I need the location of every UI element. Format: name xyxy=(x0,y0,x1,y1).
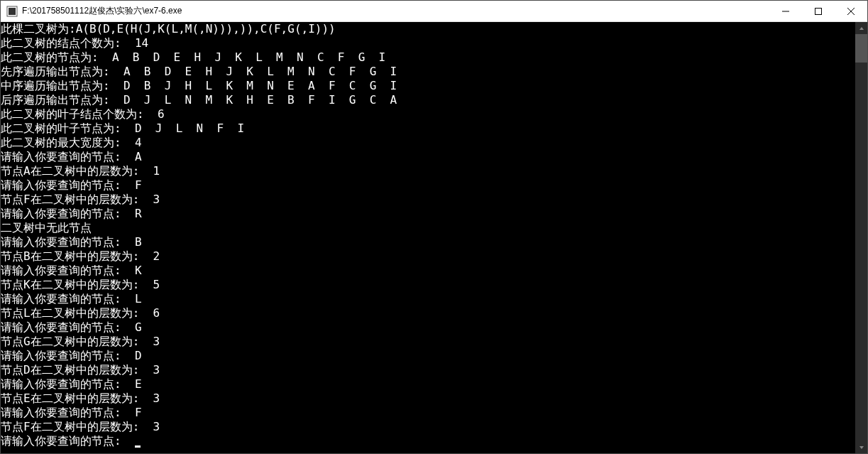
app-icon xyxy=(6,6,18,17)
console-line: 此二叉树的叶子节点为: D J L N F I xyxy=(1,121,867,136)
console-line: 节点A在二叉树中的层数为: 1 xyxy=(1,164,867,178)
vertical-scrollbar[interactable] xyxy=(855,22,867,453)
minimize-button[interactable] xyxy=(769,1,802,21)
console-line: 请输入你要查询的节点: F xyxy=(1,406,867,420)
window-controls xyxy=(769,1,867,21)
console-line: 请输入你要查询的节点: K xyxy=(1,264,867,278)
console-line: 节点F在二叉树中的层数为: 3 xyxy=(1,420,867,434)
console-line: 先序遍历输出节点为: A B D E H J K L M N C F G I xyxy=(1,65,867,79)
console-line: 请输入你要查询的节点: G xyxy=(1,320,867,335)
console-line: 请输入你要查询的节点: R xyxy=(1,207,867,221)
console-line: 节点F在二叉树中的层数为: 3 xyxy=(1,193,867,207)
scrollbar-track[interactable] xyxy=(855,34,867,441)
scroll-down-button[interactable] xyxy=(855,441,867,453)
console-line: 节点B在二叉树中的层数为: 2 xyxy=(1,249,867,264)
console-line: 此二叉树的叶子结点个数为: 6 xyxy=(1,107,867,121)
svg-rect-1 xyxy=(9,8,16,15)
scroll-up-button[interactable] xyxy=(855,22,867,34)
app-window: F:\201758501112赵俊杰\实验六\ex7-6.exe 此棵二叉树为:… xyxy=(0,0,868,454)
titlebar[interactable]: F:\201758501112赵俊杰\实验六\ex7-6.exe xyxy=(1,1,867,22)
console-line: 中序遍历输出节点为: D B J H L K M N E A F C G I xyxy=(1,79,867,93)
console-line: 请输入你要查询的节点: xyxy=(1,434,867,448)
console-line: 请输入你要查询的节点: E xyxy=(1,377,867,391)
console-line: 请输入你要查询的节点: D xyxy=(1,349,867,363)
maximize-button[interactable] xyxy=(802,1,835,21)
console-line: 节点E在二叉树中的层数为: 3 xyxy=(1,391,867,406)
console-line: 节点L在二叉树中的层数为: 6 xyxy=(1,306,867,320)
console-line: 请输入你要查询的节点: L xyxy=(1,292,867,306)
console-line: 此二叉树的最大宽度为: 4 xyxy=(1,136,867,150)
console-area[interactable]: 此棵二叉树为:A(B(D,E(H(J,K(L,M(,N))),)),C(F,G(… xyxy=(1,22,867,453)
console-line: 此二叉树的结点个数为: 14 xyxy=(1,36,867,50)
svg-marker-7 xyxy=(859,446,864,449)
console-output: 此棵二叉树为:A(B(D,E(H(J,K(L,M(,N))),)),C(F,G(… xyxy=(1,22,867,448)
window-title: F:\201758501112赵俊杰\实验六\ex7-6.exe xyxy=(22,5,769,17)
console-line: 节点G在二叉树中的层数为: 3 xyxy=(1,335,867,349)
console-line: 请输入你要查询的节点: A xyxy=(1,150,867,164)
svg-rect-3 xyxy=(815,8,822,14)
console-line: 节点D在二叉树中的层数为: 3 xyxy=(1,363,867,377)
text-cursor xyxy=(135,445,141,448)
console-line: 二叉树中无此节点 xyxy=(1,221,867,235)
console-line: 此二叉树的节点为: A B D E H J K L M N C F G I xyxy=(1,50,867,65)
console-line: 请输入你要查询的节点: F xyxy=(1,178,867,193)
console-line: 节点K在二叉树中的层数为: 5 xyxy=(1,278,867,292)
console-line: 此棵二叉树为:A(B(D,E(H(J,K(L,M(,N))),)),C(F,G(… xyxy=(1,22,867,36)
console-line: 请输入你要查询的节点: B xyxy=(1,235,867,249)
close-button[interactable] xyxy=(835,1,867,21)
console-line: 后序遍历输出节点为: D J L N M K H E B F I G C A xyxy=(1,93,867,107)
scrollbar-thumb[interactable] xyxy=(855,34,867,63)
svg-marker-6 xyxy=(859,27,864,30)
